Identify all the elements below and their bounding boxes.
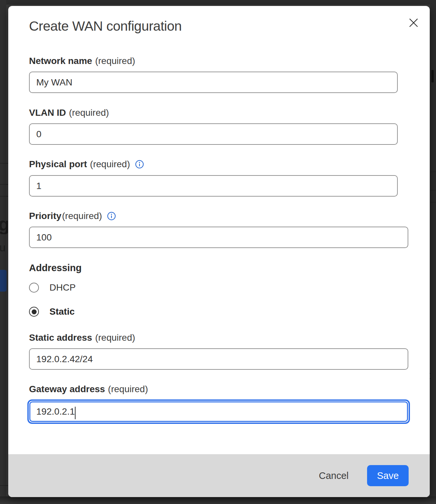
required-text: (required) — [95, 332, 135, 343]
background-table-line — [0, 184, 8, 185]
radio-label: DHCP — [49, 282, 76, 293]
radio-selected-icon[interactable] — [29, 307, 39, 317]
radio-option-dhcp[interactable]: DHCP — [29, 282, 76, 293]
label-text: Priority — [29, 211, 61, 221]
vlan-id-label: VLAN ID (required) — [29, 108, 109, 118]
physical-port-label: Physical port (required) — [29, 159, 144, 170]
required-text: (required) — [69, 108, 109, 118]
required-text: (required) — [108, 384, 148, 394]
info-icon[interactable] — [107, 212, 116, 220]
background-button-fragment — [0, 270, 7, 292]
background-table-line — [430, 190, 436, 191]
label-text: VLAN ID — [29, 108, 66, 118]
addressing-heading: Addressing — [29, 263, 82, 273]
close-icon[interactable] — [408, 17, 419, 28]
label-text: Static address — [29, 332, 92, 343]
create-wan-configuration-dialog: Create WAN configuration Network name (r… — [8, 6, 430, 497]
text-cursor — [75, 407, 76, 419]
radio-unselected-icon[interactable] — [29, 283, 39, 293]
background-table-line — [430, 202, 436, 203]
background-scrollbar-fragment — [431, 70, 434, 82]
vlan-id-input[interactable] — [29, 123, 398, 145]
dialog-footer: Cancel Save — [8, 454, 430, 497]
required-text: (required) — [95, 56, 135, 66]
backdrop-edge-top — [0, 0, 436, 5]
label-text: Physical port — [29, 159, 87, 170]
required-text: (required) — [62, 211, 102, 221]
network-name-input[interactable] — [29, 72, 398, 93]
static-address-input[interactable] — [29, 348, 408, 370]
priority-label: Priority (required) — [29, 211, 116, 221]
x-glyph — [408, 17, 419, 28]
background-table-line — [0, 163, 8, 164]
background-table-line — [0, 485, 8, 486]
label-text: Gateway address — [29, 384, 105, 394]
radio-dot — [32, 309, 37, 314]
radio-label: Static — [49, 306, 75, 317]
network-name-label: Network name (required) — [29, 56, 135, 66]
gateway-address-label: Gateway address (required) — [29, 384, 148, 394]
gateway-address-field-focus-ring — [27, 399, 410, 424]
radio-option-static[interactable]: Static — [29, 306, 75, 317]
physical-port-input[interactable] — [29, 175, 398, 197]
background-table-line — [0, 196, 8, 197]
required-text: (required) — [90, 159, 130, 170]
background-table-line — [430, 172, 436, 172]
static-address-label: Static address (required) — [29, 332, 135, 343]
gateway-address-input[interactable] — [29, 401, 408, 422]
label-text: Network name — [29, 56, 92, 66]
priority-input[interactable] — [29, 227, 408, 248]
save-button[interactable]: Save — [367, 465, 409, 486]
background-text-fragment: u — [0, 242, 5, 254]
info-icon[interactable] — [135, 160, 144, 169]
background-text-fragment: g — [0, 214, 8, 234]
backdrop-edge-bottom — [0, 496, 436, 504]
cancel-button[interactable]: Cancel — [317, 467, 351, 485]
dialog-title: Create WAN configuration — [29, 18, 182, 34]
